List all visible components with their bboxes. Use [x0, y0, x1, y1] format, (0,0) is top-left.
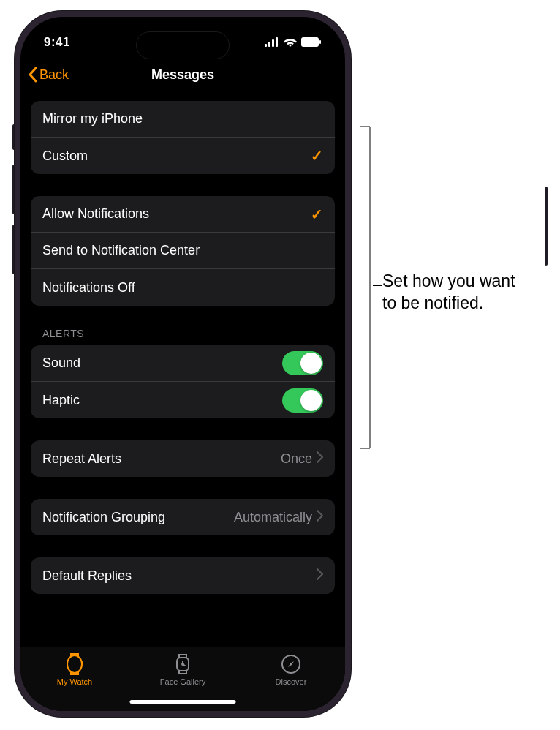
custom-row[interactable]: Custom ✓	[31, 138, 335, 174]
notification-grouping-group: Notification Grouping Automatically	[31, 499, 335, 535]
sound-row: Sound	[31, 345, 335, 382]
default-replies-group: Default Replies	[31, 557, 335, 594]
default-replies-row[interactable]: Default Replies	[31, 557, 335, 594]
tab-label: My Watch	[57, 677, 93, 686]
notification-delivery-group: Allow Notifications ✓ Send to Notificati…	[31, 196, 335, 306]
svg-rect-5	[319, 40, 321, 44]
svg-rect-1	[268, 42, 270, 47]
row-label: Haptic	[42, 393, 80, 408]
row-label: Default Replies	[42, 568, 132, 584]
chevron-right-icon	[317, 451, 323, 467]
checkmark-icon: ✓	[311, 147, 323, 165]
alerts-header: ALERTS	[31, 328, 335, 345]
haptic-toggle[interactable]	[282, 388, 323, 413]
callout-line: to be notified.	[382, 293, 515, 315]
checkmark-icon: ✓	[311, 206, 323, 223]
callout-tick	[373, 285, 382, 286]
row-value: Automatically	[234, 510, 312, 525]
content-area[interactable]: Mirror my iPhone Custom ✓ Allow Notifica…	[20, 92, 345, 647]
tab-discover[interactable]: Discover	[238, 653, 345, 686]
svg-rect-3	[276, 37, 278, 47]
row-label: Sound	[42, 355, 80, 371]
haptic-row: Haptic	[31, 382, 335, 418]
row-label: Send to Notification Center	[42, 243, 200, 258]
chevron-right-icon	[317, 568, 323, 584]
watch-icon	[64, 653, 86, 675]
repeat-alerts-row[interactable]: Repeat Alerts Once	[31, 440, 335, 477]
svg-rect-4	[301, 37, 319, 47]
svg-rect-2	[272, 39, 274, 47]
row-label: Mirror my iPhone	[42, 111, 143, 127]
back-label: Back	[39, 67, 69, 83]
chevron-left-icon	[28, 67, 38, 83]
tab-my-watch[interactable]: My Watch	[21, 653, 129, 686]
alerts-group: Sound Haptic	[31, 345, 335, 418]
row-label: Repeat Alerts	[42, 451, 121, 467]
page-title: Messages	[151, 67, 214, 83]
chevron-right-icon	[317, 510, 323, 525]
notifications-off-row[interactable]: Notifications Off	[31, 269, 335, 306]
battery-icon	[301, 37, 322, 47]
notification-grouping-row[interactable]: Notification Grouping Automatically	[31, 499, 335, 535]
sound-toggle[interactable]	[282, 351, 323, 375]
phone-frame: 9:41 Back Messages Mirror my iPhone Cust…	[15, 11, 351, 717]
tab-label: Discover	[276, 677, 307, 686]
callout-text: Set how you want to be notified.	[382, 271, 515, 315]
tab-face-gallery[interactable]: Face Gallery	[129, 653, 237, 686]
dynamic-island	[136, 31, 230, 59]
status-icons	[265, 37, 322, 47]
svg-rect-0	[265, 44, 267, 47]
row-label: Notifications Off	[42, 280, 135, 296]
svg-rect-7	[81, 661, 83, 664]
row-label: Allow Notifications	[42, 206, 149, 222]
callout-bracket	[360, 126, 373, 449]
back-button[interactable]: Back	[28, 67, 69, 83]
allow-notifications-row[interactable]: Allow Notifications ✓	[31, 196, 335, 233]
mirror-iphone-row[interactable]: Mirror my iPhone	[31, 101, 335, 138]
nav-bar: Back Messages	[20, 57, 345, 92]
send-notification-center-row[interactable]: Send to Notification Center	[31, 233, 335, 269]
row-label: Notification Grouping	[42, 510, 165, 525]
tab-label: Face Gallery	[160, 677, 205, 686]
status-time: 9:41	[44, 35, 70, 50]
home-indicator[interactable]	[130, 700, 236, 704]
repeat-alerts-group: Repeat Alerts Once	[31, 440, 335, 477]
row-label: Custom	[42, 148, 88, 164]
svg-point-6	[67, 655, 82, 673]
compass-icon	[280, 653, 302, 675]
row-value: Once	[281, 451, 312, 467]
watch-face-icon	[172, 653, 194, 675]
wifi-icon	[284, 37, 297, 47]
cellular-icon	[265, 37, 279, 47]
notification-mode-group: Mirror my iPhone Custom ✓	[31, 101, 335, 174]
callout-line: Set how you want	[382, 271, 515, 293]
